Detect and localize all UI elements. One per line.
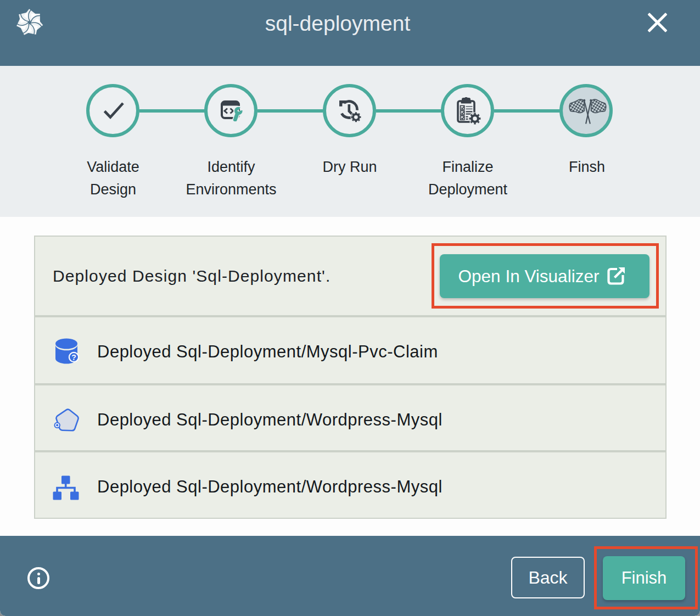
svg-text:?: ?	[71, 353, 76, 362]
